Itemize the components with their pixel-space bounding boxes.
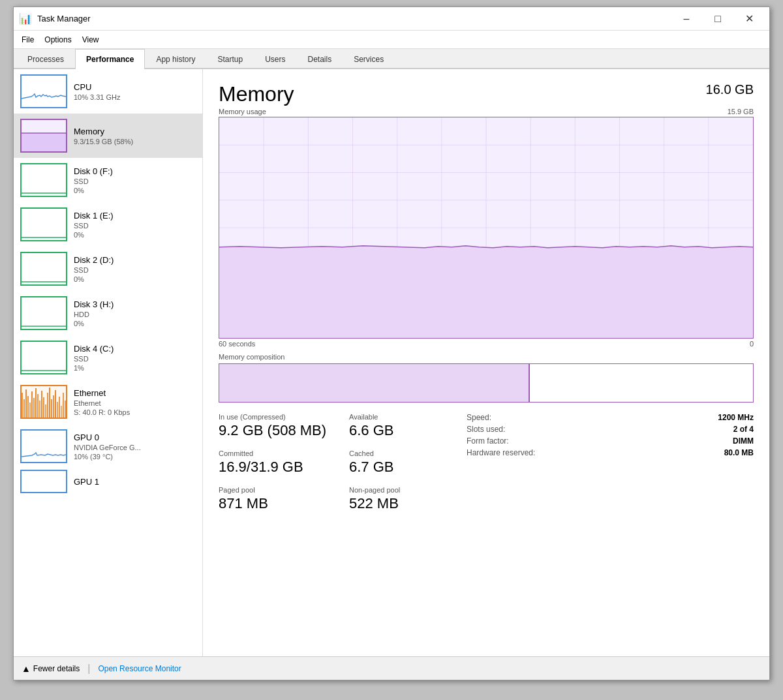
form-value: DIMM xyxy=(733,436,754,446)
disk4-type: SSD xyxy=(74,355,114,363)
detail-form: Form factor: DIMM xyxy=(467,436,754,446)
tab-details[interactable]: Details xyxy=(296,49,343,69)
non-paged-pool-label: Non-paged pool xyxy=(349,486,453,494)
memory-thumbnail xyxy=(20,119,67,153)
title-bar: 📊 Task Manager – □ ✕ xyxy=(14,7,769,31)
chart-section: Memory usage 15.9 GB xyxy=(219,108,754,348)
cpu-name: CPU xyxy=(74,82,121,92)
available-label: Available xyxy=(349,413,453,421)
svg-rect-14 xyxy=(47,393,48,418)
sidebar-item-disk3[interactable]: Disk 3 (H:) HDD 0% xyxy=(14,291,202,335)
non-paged-pool-value: 522 MB xyxy=(349,495,453,512)
memory-name: Memory xyxy=(74,127,133,136)
sidebar-item-disk1[interactable]: Disk 1 (E:) SSD 0% xyxy=(14,202,202,247)
detail-hw-reserved: Hardware reserved: 80.0 MB xyxy=(467,448,754,457)
app-icon: 📊 xyxy=(19,12,32,25)
bottom-bar: ▲ Fewer details | Open Resource Monitor xyxy=(14,656,769,680)
disk3-thumbnail xyxy=(20,296,67,330)
tab-users[interactable]: Users xyxy=(254,49,296,69)
svg-rect-22 xyxy=(63,393,64,418)
maximize-button[interactable]: □ xyxy=(703,9,733,29)
detail-list: Speed: 1200 MHz Slots used: 2 of 4 Form … xyxy=(467,413,754,457)
chart-time-end: 0 xyxy=(750,340,754,348)
sidebar-item-ethernet[interactable]: Ethernet Ethernet S: 40.0 R: 0 Kbps xyxy=(14,380,202,424)
speed-label: Speed: xyxy=(467,413,491,422)
minimize-button[interactable]: – xyxy=(671,9,701,29)
disk3-info: Disk 3 (H:) HDD 0% xyxy=(74,299,114,327)
main-header: Memory 16.0 GB xyxy=(219,82,754,106)
sidebar-item-disk0[interactable]: Disk 0 (F:) SSD 0% xyxy=(14,158,202,202)
svg-rect-3 xyxy=(25,389,27,418)
cpu-thumbnail xyxy=(20,74,67,108)
chart-max-label: 15.9 GB xyxy=(728,108,754,115)
disk3-usage: 0% xyxy=(74,320,114,327)
gpu0-name: GPU 0 xyxy=(74,433,141,442)
svg-rect-21 xyxy=(61,406,62,418)
svg-rect-9 xyxy=(37,394,38,418)
disk3-name: Disk 3 (H:) xyxy=(74,299,114,309)
task-manager-window: 📊 Task Manager – □ ✕ File Options View P… xyxy=(13,7,770,680)
svg-rect-10 xyxy=(39,401,40,418)
sidebar-item-memory[interactable]: Memory 9.3/15.9 GB (58%) xyxy=(14,114,202,158)
svg-rect-2 xyxy=(23,399,25,418)
svg-rect-23 xyxy=(65,401,66,418)
ethernet-thumbnail xyxy=(20,385,67,419)
tab-processes[interactable]: Processes xyxy=(16,49,75,69)
ethernet-info: Ethernet Ethernet S: 40.0 R: 0 Kbps xyxy=(74,388,130,416)
close-button[interactable]: ✕ xyxy=(734,9,764,29)
chart-label-row: Memory usage 15.9 GB xyxy=(219,108,754,115)
cached-value: 6.7 GB xyxy=(349,459,453,476)
gpu0-model: NVIDIA GeForce G... xyxy=(74,444,141,451)
disk0-usage: 0% xyxy=(74,187,113,194)
main-panel: Memory 16.0 GB Memory usage 15.9 GB xyxy=(203,69,769,656)
disk2-name: Disk 2 (D:) xyxy=(74,255,114,265)
stat-committed: Committed 16.9/31.9 GB xyxy=(219,449,349,476)
stat-available: Available 6.6 GB xyxy=(349,413,453,439)
tab-startup[interactable]: Startup xyxy=(206,49,254,69)
slots-label: Slots used: xyxy=(467,425,505,434)
main-capacity: 16.0 GB xyxy=(706,82,754,97)
sidebar: CPU 10% 3.31 GHz Memory 9.3/15.9 GB xyxy=(14,69,203,656)
tab-services[interactable]: Services xyxy=(343,49,395,69)
svg-rect-17 xyxy=(53,395,54,418)
open-resource-monitor-link[interactable]: Open Resource Monitor xyxy=(98,664,181,673)
menu-file[interactable]: File xyxy=(16,33,39,46)
disk2-thumbnail xyxy=(20,252,67,286)
separator: | xyxy=(87,663,90,675)
menu-options[interactable]: Options xyxy=(39,33,76,46)
tab-performance[interactable]: Performance xyxy=(75,49,145,69)
svg-rect-19 xyxy=(57,402,58,418)
fewer-details-button[interactable]: ▲ Fewer details xyxy=(22,663,80,674)
memory-chart xyxy=(219,117,754,339)
sidebar-item-gpu0[interactable]: GPU 0 NVIDIA GeForce G... 10% (39 °C) xyxy=(14,424,202,468)
svg-rect-8 xyxy=(35,388,37,418)
sidebar-scroll[interactable]: CPU 10% 3.31 GHz Memory 9.3/15.9 GB xyxy=(14,69,202,656)
svg-marker-0 xyxy=(22,133,66,151)
disk0-thumbnail xyxy=(20,163,67,197)
disk2-info: Disk 2 (D:) SSD 0% xyxy=(74,255,114,283)
gpu1-name: GPU 1 xyxy=(74,477,99,487)
paged-pool-label: Paged pool xyxy=(219,486,349,494)
menu-view[interactable]: View xyxy=(77,33,104,46)
composition-label: Memory composition xyxy=(219,353,754,361)
disk1-usage: 0% xyxy=(74,231,114,239)
sidebar-item-disk4[interactable]: Disk 4 (C:) SSD 1% xyxy=(14,335,202,380)
available-value: 6.6 GB xyxy=(349,422,453,439)
cpu-usage: 10% 3.31 GHz xyxy=(74,93,121,101)
svg-rect-13 xyxy=(45,404,46,418)
composition-section: Memory composition xyxy=(219,353,754,403)
disk4-usage: 1% xyxy=(74,364,114,372)
sidebar-item-cpu[interactable]: CPU 10% 3.31 GHz xyxy=(14,69,202,114)
sidebar-item-gpu1[interactable]: GPU 1 xyxy=(14,468,202,495)
sidebar-item-disk2[interactable]: Disk 2 (D:) SSD 0% xyxy=(14,247,202,291)
chart-usage-label: Memory usage xyxy=(219,108,266,115)
hw-reserved-label: Hardware reserved: xyxy=(467,448,535,457)
menu-bar: File Options View xyxy=(14,31,769,49)
gpu1-thumbnail xyxy=(20,470,67,493)
tab-app-history[interactable]: App history xyxy=(145,49,206,69)
svg-rect-7 xyxy=(33,398,35,418)
stat-non-paged-pool: Non-paged pool 522 MB xyxy=(349,486,453,512)
title-bar-left: 📊 Task Manager xyxy=(19,12,91,25)
svg-rect-4 xyxy=(27,396,29,418)
memory-info: Memory 9.3/15.9 GB (58%) xyxy=(74,127,133,145)
